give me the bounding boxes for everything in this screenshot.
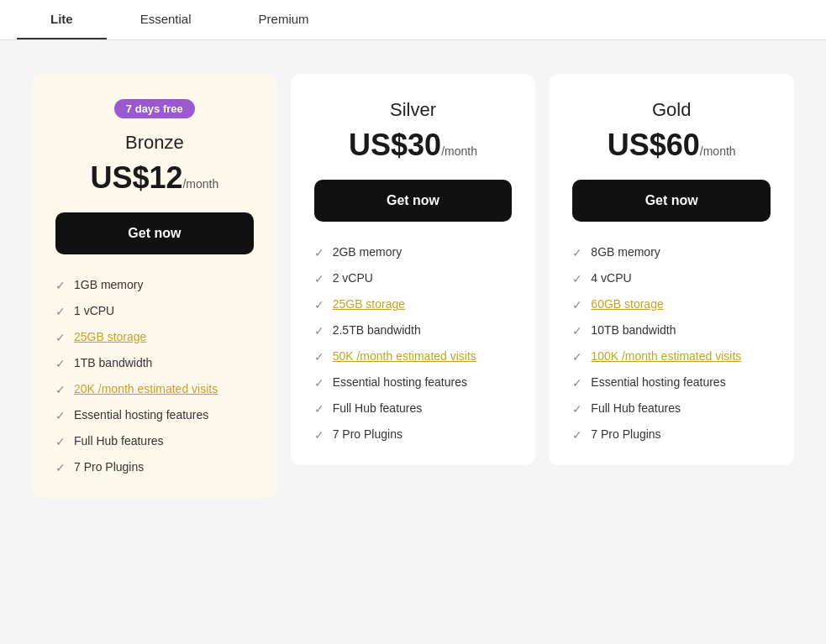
check-icon: ✓ [314, 350, 324, 364]
plan-price-silver: US$30/month [314, 128, 513, 163]
feature-silver-4: ✓50K /month estimated visits [314, 349, 513, 364]
plan-name-silver: Silver [314, 99, 513, 121]
feature-silver-3: ✓2.5TB bandwidth [314, 323, 513, 338]
check-icon: ✓ [572, 324, 582, 338]
tab-premium[interactable]: Premium [225, 0, 343, 39]
tab-essential[interactable]: Essential [107, 0, 225, 39]
check-icon: ✓ [572, 376, 582, 390]
storage-link-silver[interactable]: 25GB storage [333, 297, 405, 311]
plan-amount-gold: US$60 [608, 128, 700, 162]
feature-bronze-7: ✓7 Pro Plugins [55, 460, 254, 474]
check-icon: ✓ [314, 402, 324, 416]
feature-gold-0: ✓8GB memory [572, 245, 771, 259]
features-list-silver: ✓2GB memory ✓2 vCPU ✓25GB storage ✓2.5TB… [314, 245, 513, 442]
check-icon: ✓ [572, 350, 582, 364]
tabs-bar: Lite Essential Premium [0, 0, 826, 40]
check-icon: ✓ [55, 461, 66, 474]
storage-link-bronze[interactable]: 25GB storage [74, 330, 146, 343]
visits-link-bronze[interactable]: 20K /month estimated visits [74, 382, 218, 395]
check-icon: ✓ [314, 428, 324, 442]
plan-period-bronze: /month [182, 177, 218, 191]
feature-bronze-5: ✓Essential hosting features [55, 408, 254, 422]
check-icon: ✓ [55, 435, 66, 448]
check-icon: ✓ [314, 376, 324, 390]
feature-silver-0: ✓2GB memory [314, 245, 513, 259]
feature-bronze-3: ✓1TB bandwidth [55, 356, 254, 370]
feature-silver-1: ✓2 vCPU [314, 271, 513, 285]
visits-link-silver[interactable]: 50K /month estimated visits [333, 349, 476, 363]
check-icon: ✓ [572, 402, 582, 416]
feature-bronze-2: ✓25GB storage [55, 330, 254, 344]
check-icon: ✓ [314, 298, 324, 312]
plan-price-bronze: US$12/month [55, 160, 254, 196]
check-icon: ✓ [314, 272, 324, 285]
visits-link-gold[interactable]: 100K /month estimated visits [591, 349, 741, 363]
get-now-button-bronze[interactable]: Get now [55, 212, 254, 254]
feature-silver-7: ✓7 Pro Plugins [314, 427, 513, 442]
plan-amount-bronze: US$12 [90, 160, 182, 195]
check-icon: ✓ [572, 272, 582, 285]
get-now-button-silver[interactable]: Get now [314, 180, 513, 222]
tab-lite[interactable]: Lite [17, 0, 107, 39]
feature-bronze-4: ✓20K /month estimated visits [55, 382, 254, 396]
plan-period-gold: /month [700, 144, 736, 158]
features-list-gold: ✓8GB memory ✓4 vCPU ✓60GB storage ✓10TB … [572, 245, 771, 442]
plan-period-silver: /month [441, 144, 477, 158]
feature-bronze-1: ✓1 vCPU [55, 304, 254, 318]
check-icon: ✓ [55, 409, 66, 422]
feature-bronze-0: ✓1GB memory [55, 278, 254, 292]
check-icon: ✓ [55, 279, 66, 292]
check-icon: ✓ [55, 357, 66, 370]
plan-amount-silver: US$30 [349, 128, 441, 162]
feature-bronze-6: ✓Full Hub features [55, 434, 254, 448]
feature-gold-1: ✓4 vCPU [572, 271, 771, 285]
feature-gold-4: ✓100K /month estimated visits [572, 349, 771, 364]
feature-gold-5: ✓Essential hosting features [572, 375, 771, 390]
plan-card-bronze: 7 days free Bronze US$12/month Get now ✓… [32, 74, 277, 498]
check-icon: ✓ [572, 428, 582, 442]
check-icon: ✓ [314, 246, 324, 259]
check-icon: ✓ [314, 324, 324, 338]
check-icon: ✓ [572, 298, 582, 312]
feature-gold-2: ✓60GB storage [572, 297, 771, 312]
plan-card-silver: Silver US$30/month Get now ✓2GB memory ✓… [291, 74, 536, 465]
check-icon: ✓ [55, 383, 66, 396]
check-icon: ✓ [572, 246, 582, 259]
feature-gold-7: ✓7 Pro Plugins [572, 427, 771, 442]
feature-gold-3: ✓10TB bandwidth [572, 323, 771, 338]
feature-silver-5: ✓Essential hosting features [314, 375, 513, 390]
plan-name-gold: Gold [572, 99, 771, 121]
plan-name-bronze: Bronze [55, 132, 254, 154]
features-list-bronze: ✓1GB memory ✓1 vCPU ✓25GB storage ✓1TB b… [55, 278, 254, 474]
feature-silver-2: ✓25GB storage [314, 297, 513, 312]
get-now-button-gold[interactable]: Get now [572, 180, 771, 222]
check-icon: ✓ [55, 331, 66, 344]
plan-card-gold: Gold US$60/month Get now ✓8GB memory ✓4 … [549, 74, 794, 465]
free-badge: 7 days free [114, 99, 195, 118]
check-icon: ✓ [55, 305, 66, 318]
pricing-container: 7 days free Bronze US$12/month Get now ✓… [0, 40, 826, 531]
storage-link-gold[interactable]: 60GB storage [591, 297, 663, 311]
feature-silver-6: ✓Full Hub features [314, 401, 513, 416]
feature-gold-6: ✓Full Hub features [572, 401, 771, 416]
plan-price-gold: US$60/month [572, 128, 771, 163]
